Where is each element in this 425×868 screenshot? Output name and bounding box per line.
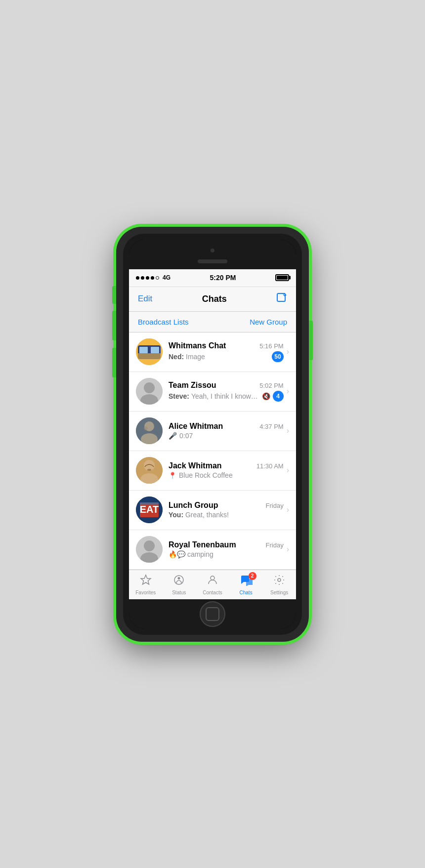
svg-point-30	[211, 576, 214, 580]
chevron-alice: ›	[287, 426, 289, 435]
signal-dot-3	[146, 276, 149, 280]
mute-switch[interactable]	[112, 348, 116, 377]
chat-bottom-jack: 📍 Blue Rock Coffee	[169, 471, 284, 479]
volume-up-button[interactable]	[112, 286, 116, 304]
chat-time-royal: Friday	[266, 541, 284, 549]
mic-icon-alice: 🎤	[169, 432, 177, 440]
tab-favorites[interactable]: Favorites	[129, 574, 163, 595]
svg-point-25	[144, 540, 155, 551]
chat-bottom-whitmans: Ned: Image 50	[169, 351, 284, 362]
chat-preview-teamzissou: Steve: Yeah, I think I know wha...	[169, 392, 259, 400]
pin-icon-jack: 📍	[169, 472, 176, 479]
tab-status[interactable]: Status	[163, 574, 196, 595]
broadcast-lists-button[interactable]: Broadcast Lists	[138, 318, 189, 326]
svg-point-31	[278, 579, 281, 581]
chat-content-alice: Alice Whitman 4:37 PM 🎤 0:07	[169, 422, 284, 440]
tab-label-contacts: Contacts	[203, 590, 222, 595]
avatar-whitmans	[136, 338, 163, 365]
svg-point-28	[174, 576, 183, 584]
chats-tab-badge: 2	[249, 572, 256, 580]
chat-content-whitmans: Whitmans Chat 5:16 PM Ned: Image 50	[169, 341, 284, 362]
chat-content-lunch: Lunch Group Friday You: Great, thanks!	[169, 501, 284, 519]
avatar-teamzissou	[136, 378, 163, 405]
svg-rect-7	[136, 353, 163, 359]
tab-bar: Favorites Status	[129, 570, 296, 599]
chat-content-royal: Royal Tenenbaum Friday 🔥💬 camping	[169, 540, 284, 558]
chat-top-royal: Royal Tenenbaum Friday	[169, 540, 284, 549]
svg-line-1	[284, 293, 286, 295]
preview-bold-lunch: You:	[169, 511, 185, 519]
tab-badge-wrap: 2	[240, 574, 253, 589]
camera	[211, 248, 214, 252]
chat-bottom-alice: 🎤 0:07	[169, 432, 284, 440]
chevron-lunch: ›	[287, 505, 289, 514]
svg-rect-23	[140, 502, 159, 505]
phone-screen-wrap: 4G 5:20 PM Edit Chats	[129, 240, 296, 629]
chat-item-whitmans[interactable]: Whitmans Chat 5:16 PM Ned: Image 50 ›	[129, 332, 296, 372]
tab-settings[interactable]: Settings	[262, 574, 296, 595]
contacts-icon	[207, 574, 218, 589]
avatar-alice	[136, 417, 163, 444]
power-button[interactable]	[309, 321, 313, 360]
page-title: Chats	[202, 294, 227, 304]
svg-marker-27	[141, 575, 151, 584]
badge-whitmans: 50	[272, 351, 283, 362]
avatar-jack	[136, 457, 163, 484]
new-group-button[interactable]: New Group	[250, 318, 287, 326]
chat-name-royal: Royal Tenenbaum	[169, 540, 236, 549]
svg-point-29	[178, 577, 180, 579]
chat-name-jack: Jack Whitman	[169, 461, 222, 470]
chat-preview-jack: Blue Rock Coffee	[179, 471, 284, 479]
chat-preview-lunch: You: Great, thanks!	[169, 511, 284, 519]
volume-down-button[interactable]	[112, 311, 116, 340]
svg-rect-5	[139, 347, 148, 353]
tab-chats[interactable]: 2 Chats	[229, 574, 263, 595]
chat-time-alice: 4:37 PM	[259, 423, 283, 430]
status-bar: 4G 5:20 PM	[129, 269, 296, 287]
action-bar: Broadcast Lists New Group	[129, 312, 296, 332]
home-button[interactable]	[200, 601, 225, 627]
svg-text:EAT: EAT	[140, 504, 159, 515]
home-bar	[129, 599, 296, 629]
chevron-royal: ›	[287, 545, 289, 554]
chat-time-jack: 11:30 AM	[256, 462, 284, 470]
phone-frame: 4G 5:20 PM Edit Chats	[116, 227, 309, 642]
chat-item-alice[interactable]: Alice Whitman 4:37 PM 🎤 0:07 ›	[129, 412, 296, 451]
tab-label-settings: Settings	[270, 590, 288, 595]
chat-time-whitmans: 5:16 PM	[259, 342, 283, 350]
chat-name-teamzissou: Team Zissou	[169, 381, 216, 390]
svg-point-19	[147, 469, 151, 471]
chevron-whitmans: ›	[287, 347, 289, 356]
svg-rect-0	[277, 293, 285, 301]
battery-fill	[277, 276, 288, 280]
chat-preview-whitmans: Ned: Image	[169, 353, 269, 361]
chat-name-alice: Alice Whitman	[169, 422, 223, 431]
tab-contacts[interactable]: Contacts	[196, 574, 229, 595]
status-time: 5:20 PM	[210, 274, 236, 282]
chat-top-alice: Alice Whitman 4:37 PM	[169, 422, 284, 431]
chat-content-teamzissou: Team Zissou 5:02 PM Steve: Yeah, I think…	[169, 381, 284, 402]
svg-point-9	[144, 382, 155, 393]
mute-icon-teamzissou: 🔇	[262, 392, 270, 400]
chat-name-whitmans: Whitmans Chat	[169, 341, 226, 350]
preview-bold-teamzissou: Steve:	[169, 392, 191, 400]
network-type: 4G	[163, 274, 170, 281]
chat-list: Whitmans Chat 5:16 PM Ned: Image 50 ›	[129, 332, 296, 570]
edit-button[interactable]: Edit	[138, 294, 152, 304]
star-icon	[140, 574, 152, 589]
chat-item-teamzissou[interactable]: Team Zissou 5:02 PM Steve: Yeah, I think…	[129, 372, 296, 412]
svg-point-15	[144, 426, 148, 430]
signal-dot-5	[156, 276, 159, 280]
chat-content-jack: Jack Whitman 11:30 AM 📍 Blue Rock Coffee	[169, 461, 284, 479]
chat-item-jack[interactable]: Jack Whitman 11:30 AM 📍 Blue Rock Coffee…	[129, 451, 296, 491]
top-bezel	[129, 240, 296, 269]
chat-item-royal[interactable]: Royal Tenenbaum Friday 🔥💬 camping ›	[129, 530, 296, 570]
chat-top-lunch: Lunch Group Friday	[169, 501, 284, 510]
home-button-inner	[206, 607, 219, 621]
svg-rect-14	[136, 417, 163, 444]
status-icon	[173, 574, 185, 589]
badge-teamzissou: 4	[273, 391, 284, 402]
chat-item-lunch[interactable]: EAT Lunch Group Friday You: Gr	[129, 491, 296, 530]
compose-icon[interactable]	[276, 292, 287, 306]
chat-top-jack: Jack Whitman 11:30 AM	[169, 461, 284, 470]
